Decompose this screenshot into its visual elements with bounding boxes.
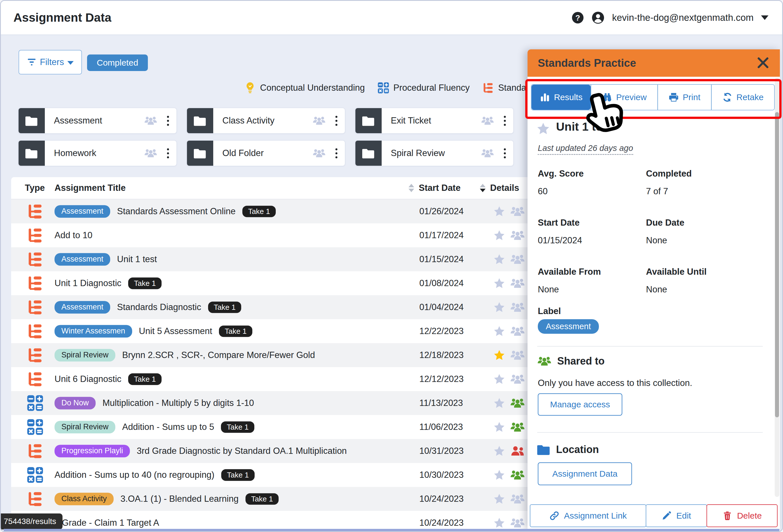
star-icon[interactable] <box>493 253 505 265</box>
people-icon[interactable] <box>510 397 525 409</box>
people-icon[interactable] <box>510 421 525 433</box>
last-updated[interactable]: Last updated 26 days ago <box>538 143 633 155</box>
avatar-icon[interactable] <box>591 11 604 24</box>
folder-menu-icon[interactable] <box>167 116 169 126</box>
start-date: 01/26/2024 <box>419 206 464 217</box>
people-icon[interactable] <box>510 301 525 313</box>
close-icon[interactable] <box>756 56 770 69</box>
folder-tile[interactable]: Homework <box>18 140 177 166</box>
folder-tile[interactable]: Assessment <box>18 107 177 134</box>
shared-to-heading: Shared to <box>557 355 604 367</box>
standards-practice-icon <box>27 275 44 292</box>
folder-menu-icon[interactable] <box>336 148 337 158</box>
folder-tile[interactable]: Spiral Review <box>355 140 514 166</box>
folder-name: Exit Ticket <box>391 115 431 126</box>
assignment-title[interactable]: 3rd Grade Diagnostic by Standard OA.1 Mu… <box>137 446 347 456</box>
start-date: 01/17/2024 <box>419 230 464 240</box>
folder-tile[interactable]: Old Folder <box>186 140 345 166</box>
assignment-title[interactable]: Add to 10 <box>55 230 93 240</box>
folder-icon <box>19 141 45 166</box>
people-icon[interactable] <box>510 493 525 505</box>
assignment-title[interactable]: Unit 6 Diagnostic <box>55 374 121 384</box>
people-icon[interactable] <box>510 230 525 241</box>
manage-access-button[interactable]: Manage access <box>538 393 622 415</box>
people-icon[interactable] <box>510 445 525 457</box>
folder-tile[interactable]: Exit Ticket <box>355 107 514 134</box>
retake-button[interactable]: Retake <box>711 85 774 110</box>
filters-label: Filters <box>40 57 64 67</box>
people-icon[interactable] <box>510 517 525 529</box>
people-icon[interactable] <box>510 373 525 385</box>
folder-menu-icon[interactable] <box>504 148 506 158</box>
panel-scrollbar[interactable] <box>775 78 779 497</box>
trash-icon <box>722 510 732 521</box>
assignment-title[interactable]: 3.OA.1 (1) - Blended Learning <box>121 494 239 504</box>
user-email: kevin-the-dog@nextgenmath.com <box>612 12 754 23</box>
assignment-title[interactable]: Addition - Sums up to 40 (no regrouping) <box>55 470 214 480</box>
preview-button[interactable]: Preview <box>591 85 657 110</box>
shared-people-icon <box>313 115 326 126</box>
people-icon[interactable] <box>510 326 525 337</box>
results-button[interactable]: Results <box>532 85 591 110</box>
shared-to-text: Only you have access to this collection. <box>538 378 692 388</box>
people-icon[interactable] <box>510 277 525 289</box>
folder-menu-icon[interactable] <box>504 116 506 126</box>
start-date: 10/24/2023 <box>419 494 464 504</box>
sort-start-date[interactable] <box>408 184 414 192</box>
start-date: 10/24/2023 <box>419 518 464 528</box>
assignment-title[interactable]: h Grade - Claim 1 Target A <box>55 518 159 528</box>
star-icon[interactable] <box>493 349 505 361</box>
people-icon[interactable] <box>510 254 525 265</box>
take-badge: Take 1 <box>221 469 255 481</box>
assignment-title[interactable]: Standards Assessment Online <box>117 206 236 217</box>
standards-practice-icon <box>27 490 44 507</box>
stat-block: Completed7 of 7 <box>646 169 754 197</box>
edit-button[interactable]: Edit <box>646 504 707 527</box>
star-icon[interactable] <box>493 373 505 385</box>
star-icon[interactable] <box>493 445 505 457</box>
star-icon[interactable] <box>493 325 505 337</box>
assignment-title[interactable]: Brynn 2.SCR , SCR-, Compare More/Fewer G… <box>122 350 315 360</box>
assignment-data-location-button[interactable]: Assignment Data <box>538 462 632 485</box>
people-group-icon <box>537 356 552 367</box>
assignment-title[interactable]: Addition - Sums up to 5 <box>122 422 214 432</box>
assignment-title[interactable]: Multiplication - Multiply 5 by digits 1-… <box>102 398 254 408</box>
standards-practice-icon <box>27 442 44 460</box>
sort-details[interactable] <box>480 184 486 192</box>
standards-practice-icon <box>27 203 44 220</box>
folder-tile[interactable]: Class Activity <box>186 107 345 134</box>
star-icon[interactable] <box>493 205 505 218</box>
people-icon[interactable] <box>510 206 525 217</box>
star-icon[interactable] <box>493 301 505 313</box>
assignment-title[interactable]: Unit 1 Diagnostic <box>55 278 121 289</box>
location-heading: Location <box>556 443 599 456</box>
folder-menu-icon[interactable] <box>336 116 337 126</box>
delete-button[interactable]: Delete <box>707 504 778 527</box>
star-icon[interactable] <box>493 229 505 241</box>
people-icon[interactable] <box>510 469 525 481</box>
folder-menu-icon[interactable] <box>167 148 169 158</box>
favorite-star-icon[interactable] <box>536 122 550 135</box>
help-icon[interactable]: ? <box>571 11 584 24</box>
start-date: 12/22/2023 <box>419 326 464 336</box>
completed-filter-badge[interactable]: Completed <box>87 55 148 71</box>
assignment-link-button[interactable]: Assignment Link <box>530 504 646 527</box>
star-icon[interactable] <box>493 469 505 481</box>
stat-block: Available FromNone <box>538 267 646 295</box>
people-icon[interactable] <box>510 350 525 361</box>
print-button[interactable]: Print <box>657 85 711 110</box>
star-icon[interactable] <box>493 277 505 289</box>
star-icon[interactable] <box>493 493 505 505</box>
panel-footer: Assignment LinkEditDelete <box>530 504 778 527</box>
star-icon[interactable] <box>493 517 505 529</box>
assignment-title[interactable]: Unit 5 Assessment <box>139 326 212 336</box>
folder-name: Assessment <box>54 115 102 126</box>
account-caret-icon[interactable] <box>761 15 769 20</box>
star-icon[interactable] <box>493 421 505 433</box>
assignment-title[interactable]: Unit 1 test <box>117 254 157 264</box>
assignment-title[interactable]: Standards Diagnostic <box>117 302 201 312</box>
star-icon[interactable] <box>493 397 505 409</box>
page-title: Assignment Data <box>13 11 111 25</box>
scrollbar-thumb[interactable] <box>775 112 779 417</box>
filters-button[interactable]: Filters <box>19 50 82 74</box>
